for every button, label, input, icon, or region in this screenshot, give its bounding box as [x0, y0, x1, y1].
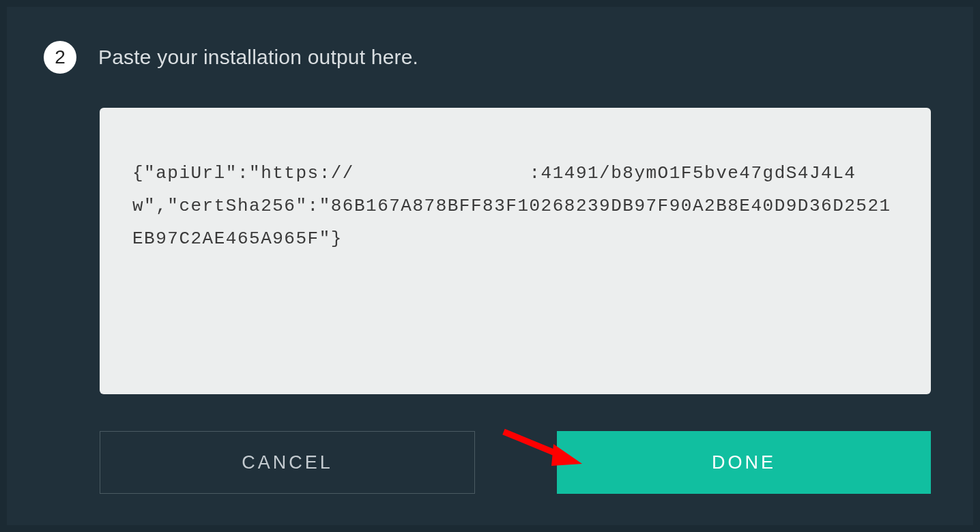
textarea-container [100, 108, 931, 397]
step-header: 2 Paste your installation output here. [44, 41, 946, 74]
step-number-badge: 2 [44, 41, 76, 74]
installation-step-panel: 2 Paste your installation output here. C… [7, 7, 973, 525]
installation-output-textarea[interactable] [100, 108, 931, 394]
done-button[interactable]: DONE [557, 431, 931, 494]
button-row: CANCEL DONE [100, 431, 931, 494]
cancel-button[interactable]: CANCEL [100, 431, 475, 494]
step-title: Paste your installation output here. [98, 46, 418, 69]
